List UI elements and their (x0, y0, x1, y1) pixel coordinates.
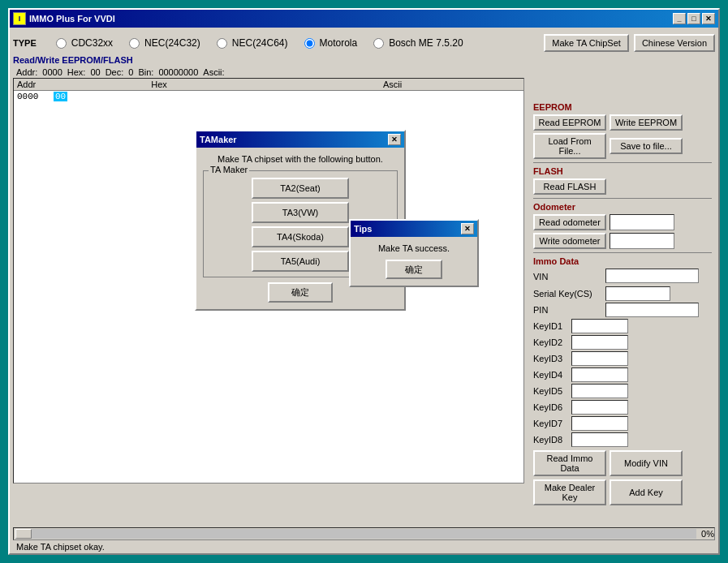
radio-motorola-label: Motorola (320, 37, 358, 49)
keyid7-field: KeyID7 (533, 416, 628, 431)
keyid4-field: KeyID4 (533, 367, 628, 382)
tips-close-button[interactable]: ✕ (461, 223, 474, 234)
eeprom-row1: Read EEPROM Write EEPROM (533, 114, 712, 131)
keyid-grid: KeyID1 KeyID2 KeyID3 KeyID4 (533, 319, 712, 447)
pin-row: PIN (533, 303, 712, 317)
bin-value: 00000000 (158, 67, 198, 77)
serial-key-label: Serial Key(CS) (533, 289, 602, 299)
eeprom-row2: Load From File... Save to file... (533, 133, 712, 159)
chinese-version-button[interactable]: Chinese Version (634, 34, 715, 52)
keyid2-input[interactable] (571, 335, 628, 350)
addr-value: 0000 (42, 67, 62, 77)
keyid2-label: KeyID2 (533, 337, 570, 347)
odometer-read-row: Read odometer (533, 214, 712, 230)
keyid5-field: KeyID5 (533, 384, 628, 398)
vin-row: VIN (533, 269, 712, 285)
window-title: IMMO Plus For VVDI (29, 14, 115, 24)
hex-row-ascii (265, 92, 520, 101)
read-immo-data-button[interactable]: Read Immo Data (533, 450, 606, 476)
dec-value: 0 (128, 67, 133, 77)
pin-input[interactable] (605, 303, 699, 317)
hex-row-addr: 0000 (17, 92, 54, 101)
keyid5-label: KeyID5 (533, 386, 570, 396)
scroll-thumb[interactable] (15, 529, 32, 539)
keyid3-label: KeyID3 (533, 354, 570, 363)
vin-label: VIN (533, 272, 602, 282)
odometer-title: Odometer (533, 202, 712, 212)
title-bar: I IMMO Plus For VVDI _ □ ✕ (10, 10, 718, 28)
tips-ok-button[interactable]: 确定 (386, 260, 442, 279)
save-to-file-button[interactable]: Save to file... (610, 138, 683, 154)
load-from-file-button[interactable]: Load From File... (533, 133, 606, 159)
keyid4-input[interactable] (571, 367, 628, 382)
radio-bosch[interactable]: Bosch ME 7.5.20 (373, 37, 463, 49)
ascii-label: Ascii: (203, 67, 224, 77)
keyid1-field: KeyID1 (533, 319, 628, 333)
scrollbar[interactable]: 0% (13, 527, 715, 540)
radio-cdc32xx-label: CDC32xx (71, 37, 113, 49)
immo-buttons-row1: Read Immo Data Modify VIN (533, 450, 712, 476)
tamaker-close-button[interactable]: ✕ (388, 134, 401, 145)
write-odometer-input[interactable] (610, 233, 674, 249)
pin-label: PIN (533, 305, 602, 315)
ta5-audi-button[interactable]: TA5(Audi) (252, 251, 349, 272)
tamaker-group-label: TA Maker (209, 165, 249, 174)
keyid1-input[interactable] (571, 319, 628, 333)
ta3-vw-button[interactable]: TA3(VW) (252, 202, 349, 223)
radio-cdc32xx[interactable]: CDC32xx (56, 37, 113, 49)
ta2-seat-button[interactable]: TA2(Seat) (252, 178, 349, 199)
tips-content: Make TA success. 确定 (351, 237, 477, 286)
radio-nec24c64[interactable]: NEC(24C64) (217, 37, 288, 49)
hex-header: Addr Hex Ascii (14, 79, 523, 91)
hex-row-data: 00 (54, 92, 265, 101)
make-ta-chipset-button[interactable]: Make TA ChipSet (544, 34, 629, 52)
ta4-skoda-button[interactable]: TA4(Skoda) (252, 226, 349, 247)
write-eeprom-button[interactable]: Write EEPROM (610, 114, 683, 131)
serial-key-input[interactable] (605, 286, 670, 301)
addr-label: Addr: (16, 67, 37, 77)
keyid2-field: KeyID2 (533, 335, 628, 350)
status-message: Make TA chipset okay. (16, 542, 105, 552)
maximize-button[interactable]: □ (687, 13, 700, 24)
serial-key-row: Serial Key(CS) (533, 286, 712, 301)
radio-nec24c32[interactable]: NEC(24C32) (129, 37, 200, 49)
flash-section: FLASH Read FLASH (533, 166, 712, 195)
radio-motorola[interactable]: Motorola (304, 37, 358, 49)
read-flash-button[interactable]: Read FLASH (533, 178, 606, 195)
tips-message: Make TA success. (357, 243, 471, 253)
radio-bosch-label: Bosch ME 7.5.20 (389, 37, 463, 49)
close-button[interactable]: ✕ (702, 13, 715, 24)
keyid6-field: KeyID6 (533, 400, 628, 415)
tamaker-message: Make TA chipset with the following butto… (203, 154, 398, 164)
tips-dialog: Tips ✕ Make TA success. 确定 (349, 219, 479, 287)
tamaker-title-bar: TAMaker ✕ (196, 131, 404, 148)
keyid3-input[interactable] (571, 351, 628, 366)
read-eeprom-button[interactable]: Read EEPROM (533, 114, 606, 131)
write-odometer-button[interactable]: Write odometer (533, 233, 606, 249)
make-dealer-key-button[interactable]: Make Dealer Key (533, 479, 606, 505)
keyid7-input[interactable] (571, 416, 628, 431)
keyid6-input[interactable] (571, 400, 628, 415)
keyid8-input[interactable] (571, 432, 628, 447)
keyid4-label: KeyID4 (533, 370, 570, 380)
vin-input[interactable] (605, 269, 699, 283)
eeprom-section: EEPROM Read EEPROM Write EEPROM Load Fro… (533, 102, 712, 159)
modify-vin-button[interactable]: Modify VIN (610, 450, 683, 476)
scrollbar-track (15, 529, 696, 539)
tamaker-ok-button[interactable]: 确定 (268, 282, 333, 303)
keyid8-field: KeyID8 (533, 432, 628, 447)
type-section: TYPE CDC32xx NEC(24C32) NEC(24C64) Motor… (13, 34, 715, 52)
read-odometer-button[interactable]: Read odometer (533, 214, 606, 230)
tips-title: Tips (354, 224, 372, 234)
minimize-button[interactable]: _ (673, 13, 686, 24)
odometer-write-row: Write odometer (533, 233, 712, 249)
add-key-button[interactable]: Add Key (610, 479, 683, 505)
flash-title: FLASH (533, 166, 712, 176)
divider-1 (533, 162, 712, 163)
keyid5-input[interactable] (571, 384, 628, 398)
immo-section: Immo Data VIN Serial Key(CS) PIN (533, 256, 712, 505)
tamaker-close-btn[interactable]: ✕ (388, 134, 401, 145)
read-odometer-input[interactable] (610, 214, 674, 230)
scroll-percent: 0% (701, 529, 714, 539)
radio-nec24c32-label: NEC(24C32) (144, 37, 200, 49)
